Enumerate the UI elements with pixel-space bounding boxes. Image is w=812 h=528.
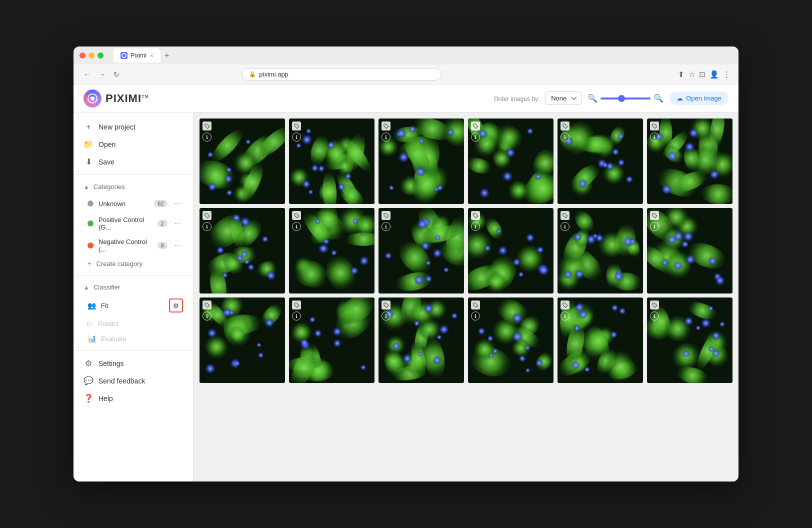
image-cell[interactable]: ℹ — [289, 118, 374, 204]
image-tag-icon[interactable] — [202, 300, 212, 310]
category-item-unknown[interactable]: Unknown 62 ··· — [74, 194, 193, 212]
categories-section-header[interactable]: ▲ Categories — [74, 179, 193, 194]
image-info-icon[interactable]: ℹ — [650, 132, 659, 142]
unknown-category-more-button[interactable]: ··· — [172, 198, 183, 209]
image-cell[interactable]: ℹ — [468, 118, 554, 204]
header-controls: Order images by: None 🔍 🔍 ☁ Open image — [494, 92, 728, 105]
image-info-icon[interactable]: ℹ — [650, 222, 659, 231]
classifier-chevron-icon: ▲ — [84, 284, 90, 291]
open-image-button[interactable]: ☁ Open image — [670, 92, 728, 105]
image-tag-icon[interactable] — [650, 211, 659, 220]
image-info-icon[interactable]: ℹ — [202, 132, 212, 142]
image-cell[interactable]: ℹ — [558, 208, 643, 294]
image-tag-icon[interactable] — [560, 211, 570, 220]
profile-button[interactable]: 👤 — [710, 70, 719, 79]
image-info-icon[interactable]: ℹ — [560, 222, 570, 231]
sidebar-item-settings[interactable]: ⚙ Settings — [74, 354, 193, 372]
image-info-icon[interactable]: ℹ — [292, 132, 301, 142]
image-cell[interactable]: ℹ — [647, 208, 732, 294]
positive-category-more-button[interactable]: ··· — [172, 218, 183, 229]
tab-close-button[interactable]: ✕ — [150, 53, 154, 58]
order-select[interactable]: None — [546, 92, 582, 105]
image-cell[interactable]: ℹ — [647, 118, 732, 204]
negative-category-more-button[interactable]: ··· — [172, 240, 183, 251]
image-tag-icon[interactable] — [650, 300, 659, 310]
category-item-negative[interactable]: Negative Control (... 8 ··· — [74, 234, 193, 256]
image-cell[interactable]: ℹ — [378, 208, 464, 294]
image-tag-icon[interactable] — [471, 211, 480, 220]
image-info-icon[interactable]: ℹ — [292, 222, 301, 231]
image-cell[interactable]: ℹ — [289, 298, 374, 383]
image-tag-icon[interactable] — [650, 122, 659, 130]
negative-category-dot — [88, 242, 94, 248]
sidebar-item-open[interactable]: 📁 Open — [74, 136, 193, 153]
image-info-icon[interactable]: ℹ — [382, 312, 390, 320]
close-button[interactable] — [80, 52, 86, 58]
image-tag-icon[interactable] — [560, 300, 570, 310]
sidebar-item-save[interactable]: ⬇ Save — [74, 153, 193, 170]
image-cell[interactable]: ℹ — [468, 208, 554, 294]
image-cell[interactable]: ℹ — [200, 208, 285, 294]
image-tag-icon[interactable] — [202, 122, 212, 130]
image-tag-icon[interactable] — [471, 122, 480, 130]
image-cell[interactable]: ℹ — [200, 298, 285, 383]
sidebar-item-help[interactable]: ❓ Help — [74, 390, 193, 407]
image-tag-icon[interactable] — [382, 211, 390, 220]
category-item-positive[interactable]: Positive Control (G... 2 ··· — [74, 212, 193, 234]
forward-button[interactable]: → — [96, 68, 108, 80]
image-info-icon[interactable]: ℹ — [471, 132, 480, 142]
image-info-icon[interactable]: ℹ — [471, 312, 480, 320]
image-info-icon[interactable]: ℹ — [560, 132, 570, 142]
fit-settings-button[interactable]: ⚙ — [169, 298, 183, 312]
image-cell[interactable]: ℹ — [647, 298, 732, 383]
bookmark-button[interactable]: ☆ — [688, 70, 695, 79]
image-tag-icon[interactable] — [292, 122, 301, 130]
image-cell[interactable]: ℹ — [289, 208, 374, 294]
image-tag-icon[interactable] — [560, 122, 570, 130]
image-cell[interactable]: ℹ — [468, 298, 554, 383]
image-cell[interactable]: ℹ — [558, 298, 643, 383]
classifier-predict-item: ▷ Predict — [74, 316, 193, 331]
new-tab-button[interactable]: + — [164, 51, 169, 60]
minimize-button[interactable] — [88, 52, 94, 58]
image-info-icon[interactable]: ℹ — [202, 222, 212, 231]
image-info-icon[interactable]: ℹ — [650, 312, 659, 320]
image-grid-container[interactable]: ℹℹℹℹℹℹℹℹℹℹℹℹℹℹℹℹℹℹ — [194, 112, 738, 482]
app-header: PIXIMITM Order images by: None 🔍 🔍 ☁ Ope — [74, 84, 738, 112]
reader-button[interactable]: ⊡ — [699, 70, 706, 79]
image-info-icon[interactable]: ℹ — [560, 312, 570, 320]
image-info-icon[interactable]: ℹ — [202, 312, 212, 320]
image-cell[interactable]: ℹ — [200, 118, 285, 204]
image-cell[interactable]: ℹ — [378, 298, 464, 383]
image-tag-icon[interactable] — [202, 211, 212, 220]
url-bar[interactable]: 🔒 piximi.app — [242, 68, 442, 80]
unknown-category-name: Unknown — [98, 200, 149, 208]
fit-label: Fit — [101, 302, 108, 310]
image-info-icon[interactable]: ℹ — [382, 222, 390, 231]
create-category-button[interactable]: + Create category — [74, 256, 193, 271]
image-info-icon[interactable]: ℹ — [382, 132, 390, 142]
classifier-section-header[interactable]: ▲ Classifier — [74, 280, 193, 295]
image-cell[interactable]: ℹ — [558, 118, 643, 204]
image-tag-icon[interactable] — [292, 211, 301, 220]
image-tag-icon[interactable] — [382, 122, 390, 130]
reload-button[interactable]: ↻ — [112, 68, 122, 80]
image-tag-icon[interactable] — [292, 300, 301, 310]
zoom-slider[interactable] — [600, 98, 650, 100]
image-tag-icon[interactable] — [471, 300, 480, 310]
sidebar-item-new-project[interactable]: + New project — [74, 118, 193, 136]
sidebar-item-send-feedback[interactable]: 💬 Send feedback — [74, 372, 193, 390]
positive-category-count: 2 — [158, 220, 168, 227]
active-tab[interactable]: Piximi ✕ — [114, 48, 160, 62]
image-info-icon[interactable]: ℹ — [292, 312, 301, 320]
image-grid: ℹℹℹℹℹℹℹℹℹℹℹℹℹℹℹℹℹℹ — [200, 118, 732, 383]
back-button[interactable]: ← — [82, 68, 92, 80]
image-info-icon[interactable]: ℹ — [471, 222, 480, 231]
image-tag-icon[interactable] — [382, 300, 390, 310]
image-cell[interactable]: ℹ — [378, 118, 464, 204]
menu-button[interactable]: ⋮ — [723, 70, 730, 79]
classifier-fit-item[interactable]: 👥 Fit ⚙ — [74, 295, 193, 316]
cloud-upload-icon: ☁ — [676, 94, 683, 102]
share-button[interactable]: ⬆ — [678, 70, 684, 79]
fullscreen-button[interactable] — [98, 52, 104, 58]
